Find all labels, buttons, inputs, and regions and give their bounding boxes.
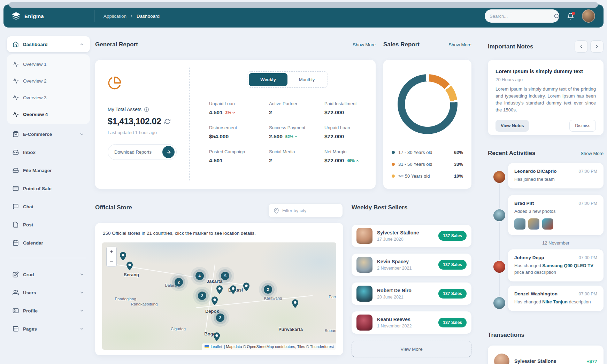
stat-paid-installment: Paid Installment $72.000: [324, 101, 380, 116]
download-reports-button[interactable]: Download Reports: [108, 144, 177, 160]
sidebar-item-overview-1[interactable]: Overview 1: [7, 56, 90, 72]
best-seller-row[interactable]: Sylvester Stallone 17 June 2020 137 Sale…: [352, 225, 471, 247]
calendar-icon: [13, 240, 19, 246]
activity-avatar: [492, 260, 506, 274]
sidebar-item-overview-2[interactable]: Overview 2: [7, 72, 90, 89]
notes-prev-button[interactable]: [575, 40, 588, 53]
general-report-show-more[interactable]: Show More: [353, 42, 376, 47]
layout-icon: [13, 326, 19, 332]
store-cluster-marker[interactable]: 4: [195, 272, 204, 280]
sidebar-item-label: Post: [23, 222, 84, 227]
stat-posted-campaign: Posted Campaign 4.501: [209, 149, 268, 164]
sidebar-item-file-manager[interactable]: File Manager: [7, 162, 90, 178]
stores-map[interactable]: + − Jakarta Bekasi Depok Bogor Serang Pu…: [102, 242, 336, 350]
activity-avatar: [492, 170, 506, 184]
store-cluster-marker[interactable]: 2: [198, 292, 206, 300]
store-count-text: 250 Official stores in 21 countries, cli…: [103, 231, 256, 236]
delta-up-badge: 49%: [347, 158, 359, 163]
monthly-toggle-button[interactable]: Monthly: [287, 73, 326, 86]
filter-by-city-input[interactable]: [282, 208, 344, 213]
weekly-toggle-button[interactable]: Weekly: [249, 73, 287, 86]
sales-report-show-more[interactable]: Show More: [448, 42, 471, 47]
zoom-in-button[interactable]: +: [107, 247, 116, 257]
zoom-out-button[interactable]: −: [107, 257, 116, 266]
store-pin-marker[interactable]: [125, 261, 134, 271]
shopping-bag-icon: [13, 131, 19, 137]
store-cluster-marker[interactable]: 2: [216, 313, 224, 322]
legend-row: >= 50 Years old 10%: [392, 170, 463, 182]
sidebar-item-dashboard[interactable]: Dashboard: [7, 36, 90, 52]
seller-photo: [356, 257, 372, 273]
search-input[interactable]: [490, 14, 551, 19]
best-seller-row[interactable]: Kevin Spacey 2 November 2021 137 Sales: [352, 254, 471, 276]
sidebar-item-pages[interactable]: Pages: [7, 321, 90, 337]
arrow-right-icon: [162, 146, 175, 158]
activity-photos: [514, 218, 597, 230]
search-box[interactable]: [485, 9, 559, 23]
breadcrumb-application[interactable]: Application: [103, 14, 126, 19]
store-pin-marker[interactable]: [119, 252, 127, 262]
sidebar-item-overview-4[interactable]: Overview 4: [7, 106, 90, 123]
chevron-right-icon: [129, 14, 134, 18]
store-pin-marker[interactable]: [291, 299, 299, 309]
activities-show-more[interactable]: Show More: [581, 151, 604, 156]
store-pin-marker[interactable]: [242, 282, 251, 292]
legend-dot-teal: [392, 151, 395, 154]
info-icon[interactable]: [144, 107, 149, 112]
sidebar-item-calendar[interactable]: Calendar: [7, 235, 90, 251]
store-cluster-marker[interactable]: 2: [175, 278, 183, 286]
breadcrumb-dashboard[interactable]: Dashboard: [137, 14, 160, 19]
sidebar-item-users[interactable]: Users: [7, 285, 90, 301]
filter-by-city-box[interactable]: [269, 204, 343, 217]
ukraine-flag-icon: [205, 345, 209, 348]
best-seller-row[interactable]: Robert De Niro 20 June 2021 137 Sales: [352, 282, 471, 305]
dismiss-button[interactable]: Dismiss: [569, 120, 596, 132]
sidebar-item-overview-3[interactable]: Overview 3: [7, 89, 90, 106]
brand-name: Enigma: [24, 13, 44, 19]
activity-card: Leonardo DiCaprio 07:00 PM Has joined th…: [508, 163, 604, 188]
best-seller-row[interactable]: Keanu Reeves 1 November 2022 137 Sales: [352, 311, 471, 334]
transaction-avatar: [494, 354, 509, 364]
delta-down-badge: 2%: [225, 110, 236, 115]
sidebar-item-ecommerce[interactable]: E-Commerce: [7, 126, 90, 142]
section-title: Important Notes: [488, 43, 533, 50]
legend-row: 17 - 30 Years old 62%: [392, 146, 463, 158]
sidebar-item-point-of-sale[interactable]: Point of Sale: [7, 180, 90, 196]
view-notes-button[interactable]: View Notes: [495, 120, 529, 132]
store-pin-marker[interactable]: [210, 296, 219, 306]
official-store-header: Official Store: [95, 204, 262, 211]
city-label-serang: Serang: [124, 272, 139, 277]
city-label-jakarta: Jakarta: [207, 278, 223, 284]
sidebar-item-inbox[interactable]: Inbox: [7, 144, 90, 160]
store-pin-marker[interactable]: [229, 285, 237, 295]
store-cluster-marker[interactable]: 5: [221, 272, 229, 280]
sidebar-item-crud[interactable]: Crud: [7, 266, 90, 282]
store-pin-marker[interactable]: [215, 285, 224, 295]
edit-icon: [13, 271, 19, 278]
refresh-icon[interactable]: [164, 118, 170, 124]
sidebar: Dashboard Overview 1 Overview 2 Overview…: [7, 36, 90, 339]
city-label-purwakarta: Purwakarta: [278, 327, 303, 332]
store-cluster-marker[interactable]: 2: [264, 285, 272, 294]
sales-report-header: Sales Report Show More: [383, 41, 471, 48]
view-more-button[interactable]: View More: [352, 341, 471, 357]
transaction-row[interactable]: Sylvester Stallone +$77: [488, 346, 604, 364]
notes-next-button[interactable]: [590, 40, 604, 53]
chevron-down-icon: [79, 290, 84, 295]
sidebar-item-profile[interactable]: Profile: [7, 303, 90, 319]
sidebar-item-label: E-Commerce: [23, 132, 75, 137]
search-icon: [554, 13, 560, 19]
user-avatar[interactable]: [582, 9, 595, 23]
notifications-bell-icon[interactable]: [567, 13, 574, 20]
sales-report-card: 17 - 30 Years old 62% 31 - 50 Years old …: [383, 60, 471, 189]
general-report-stats-panel: Weekly Monthly Unpaid Loan 4.501 2% Acti…: [190, 60, 376, 189]
sidebar-item-chat[interactable]: Chat: [7, 199, 90, 215]
brand[interactable]: Enigma: [12, 12, 94, 20]
store-pin-marker[interactable]: [213, 332, 221, 342]
sidebar-item-label: Pages: [23, 326, 75, 332]
sidebar-item-post[interactable]: Post: [7, 217, 90, 233]
activity-card: Brad Pitt 07:00 PM Added 3 new photos: [508, 195, 604, 235]
note-body: Lorem Ipsum is simply dummy text of the …: [495, 86, 596, 114]
leaflet-link[interactable]: Leaflet: [211, 344, 222, 349]
hard-drive-icon: [13, 167, 19, 173]
